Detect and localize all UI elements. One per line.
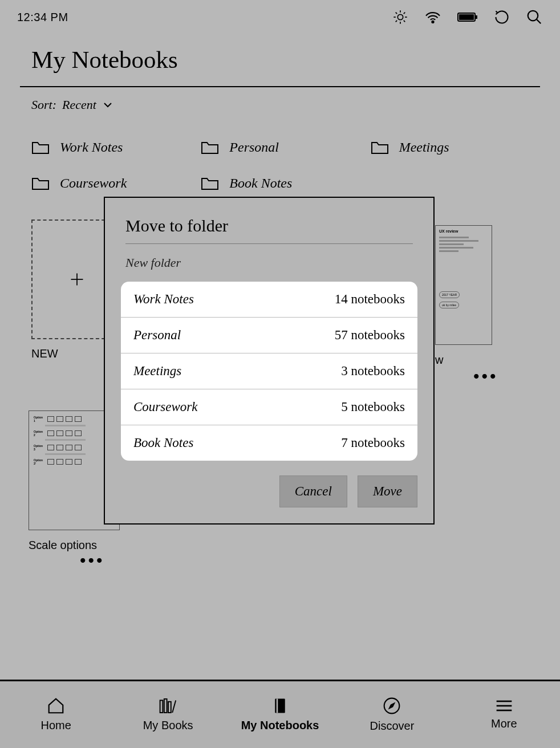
dialog-folder-personal[interactable]: Personal 57 notebooks xyxy=(121,318,417,353)
dialog-buttons: Cancel Move xyxy=(121,475,417,507)
folder-count: 3 notebooks xyxy=(341,364,405,379)
folder-count: 14 notebooks xyxy=(335,292,405,307)
dialog-folder-book-notes[interactable]: Book Notes 7 notebooks xyxy=(121,425,417,461)
dialog-rule xyxy=(125,243,413,244)
dialog-folder-work-notes[interactable]: Work Notes 14 notebooks xyxy=(121,282,417,318)
folder-name: Book Notes xyxy=(133,436,193,450)
folder-count: 57 notebooks xyxy=(335,328,405,343)
cancel-button[interactable]: Cancel xyxy=(279,475,347,507)
folder-count: 5 notebooks xyxy=(341,400,405,414)
folder-name: Coursework xyxy=(133,400,197,414)
folder-name: Meetings xyxy=(133,364,181,379)
move-button[interactable]: Move xyxy=(358,475,417,507)
folder-count: 7 notebooks xyxy=(341,436,405,450)
dialog-folder-meetings[interactable]: Meetings 3 notebooks xyxy=(121,353,417,389)
folder-name: Work Notes xyxy=(133,292,194,307)
dialog-title: Move to folder xyxy=(125,216,413,235)
dialog-folder-coursework[interactable]: Coursework 5 notebooks xyxy=(121,389,417,425)
folder-name: Personal xyxy=(133,328,181,343)
dialog-folder-list: Work Notes 14 notebooks Personal 57 note… xyxy=(121,282,417,461)
move-to-folder-dialog: Move to folder New folder Work Notes 14 … xyxy=(104,197,435,525)
new-folder-button[interactable]: New folder xyxy=(125,255,413,270)
